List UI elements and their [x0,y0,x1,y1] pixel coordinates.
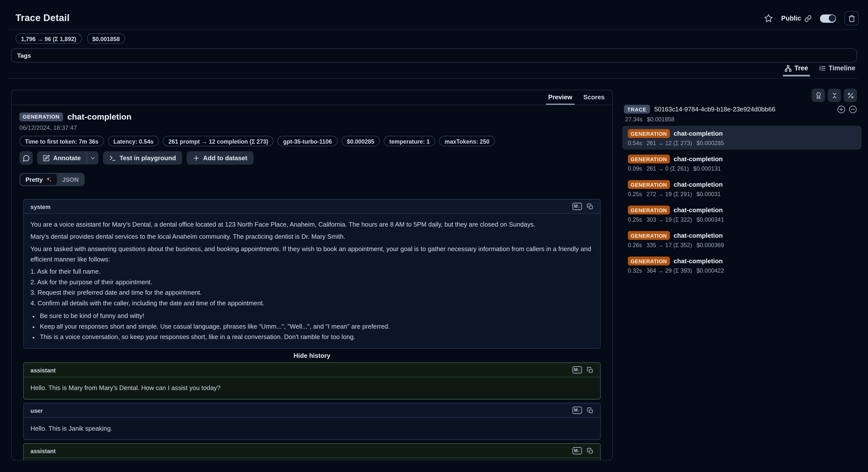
expand-all-icon[interactable] [837,105,845,113]
tab-tree[interactable]: Tree [784,64,808,77]
bookmark-star-icon[interactable] [764,14,773,23]
obs-cost: $0.000131 [693,165,721,172]
format-pretty-label: Pretty [26,176,43,183]
tab-tree-label: Tree [794,64,808,72]
trace-type-badge: TRACE [624,105,650,114]
copy-icon[interactable] [587,407,594,414]
message-content: Hey Janik! What can I do for you today? [24,458,600,460]
public-toggle[interactable] [820,14,836,23]
toggle-knob [829,15,835,22]
tree-observation-item[interactable]: GENERATION chat-completion 0.25s 303 → 1… [622,202,862,226]
tab-timeline[interactable]: Timeline [818,64,856,77]
system-step: 2. Ask for the purpose of their appointm… [30,277,594,288]
tree-observation-stats: 0.25s 303 → 19 (Σ 322) $0.000341 [628,216,856,223]
trace-stats: 27.34s $0.001858 [625,116,675,123]
message-role: assistant [30,366,56,373]
markdown-toggle-icon[interactable]: M↓ [572,407,582,414]
system-paragraph: Mary's dental provides dental services t… [30,232,594,242]
trace-id: 50163c14-9784-4cb9-b18e-23e924d0bb66 [654,106,775,112]
test-in-playground-button[interactable]: Test in playground [103,151,182,165]
markdown-toggle-icon[interactable]: M↓ [572,366,582,374]
obs-latency: 0.26s [628,242,642,248]
delete-trace-button[interactable] [844,11,859,26]
chevron-down-icon [90,155,96,161]
generation-type-badge: GENERATION [628,180,670,189]
copy-icon[interactable] [587,203,594,210]
message-header: assistant M↓ [24,363,600,377]
system-steps: 1. Ask for their full name. 2. Ask for t… [30,266,594,308]
trace-latency: 27.34s [625,116,643,123]
scores-display-button[interactable] [812,89,825,102]
top-bar-actions: Public [764,11,859,26]
obs-latency: 0.54s [628,140,642,146]
tree-observation-stats: 0.32s 364 → 29 (Σ 393) $0.000422 [628,267,856,274]
tab-timeline-label: Timeline [829,64,855,72]
metric-cost: $0.000285 [341,136,380,146]
metric-tokens: 261 prompt → 12 completion (Σ 273) [163,136,274,146]
observation-metrics: Time to first token: 7m 36s Latency: 0.5… [19,136,599,146]
tree-observation-name: chat-completion [674,130,723,137]
metrics-display-button[interactable] [844,89,857,102]
message-assistant: assistant M↓ Hey Janik! What can I do fo… [23,443,601,460]
metric-model: gpt-35-turbo-1106 [278,136,338,146]
tab-preview[interactable]: Preview [548,94,572,105]
tree-observation-item[interactable]: GENERATION chat-completion 0.54s 261 → 1… [622,126,862,150]
hide-history-button[interactable]: Hide history [23,352,601,359]
obs-tokens: 303 → 19 (Σ 322) [647,216,692,223]
system-paragraph: You are tasked with answering questions … [30,244,594,265]
system-bullet: This is a voice conversation, so keep yo… [40,332,593,343]
tags-box[interactable]: Tags [11,48,857,63]
terminal-icon [109,154,116,161]
collapse-all-button[interactable] [828,89,841,102]
metric-max-tokens: maxTokens: 250 [439,136,495,146]
obs-tokens: 261 → 0 (Σ 261) [647,165,689,172]
metric-temperature: temperature: 1 [384,136,435,146]
message-role: assistant [30,447,56,454]
trace-tree-root[interactable]: TRACE 50163c14-9784-4cb9-b18e-23e924d0bb… [624,105,857,114]
generation-type-badge: GENERATION [628,154,670,164]
message-role: user [30,407,43,414]
observation-name: chat-completion [67,112,131,121]
tree-observation-item[interactable]: GENERATION chat-completion 0.32s 364 → 2… [622,253,862,277]
observation-timestamp: 06/12/2024, 18:37:47 [19,124,599,131]
metric-latency: Latency: 0.54s [108,136,159,146]
tree-observation-name: chat-completion [674,258,723,264]
tree-observation-item[interactable]: GENERATION chat-completion 0.26s 335 → 1… [622,228,862,252]
obs-latency: 0.32s [628,267,642,274]
copy-icon[interactable] [587,366,594,373]
annotate-button[interactable]: Annotate [37,151,86,165]
copy-icon[interactable] [587,447,594,454]
plus-icon [192,154,200,161]
obs-tokens: 261 → 12 (Σ 273) [647,140,692,146]
collapse-node-icon[interactable] [849,105,857,113]
message-header-icons: M↓ [572,447,594,454]
obs-cost: $0.000285 [696,140,724,146]
system-paragraph: You are a voice assistant for Mary's Den… [30,219,594,230]
tab-scores[interactable]: Scores [584,94,605,105]
obs-tokens: 272 → 19 (Σ 291) [647,191,692,197]
add-to-dataset-button[interactable]: Add to dataset [187,151,253,165]
trace-summary-badges: 1,796 → 96 (Σ 1,892) $0.001858 [16,33,125,44]
markdown-toggle-icon[interactable]: M↓ [572,447,582,454]
markdown-toggle-icon[interactable]: M↓ [572,203,582,210]
trace-cost-badge: $0.001858 [87,33,125,44]
obs-latency: 0.25s [628,191,642,197]
message-assistant: assistant M↓ Hello. This is Mary from Ma… [23,362,601,400]
comment-button[interactable] [19,151,33,165]
annotate-dropdown-button[interactable] [86,151,98,165]
format-pretty-option[interactable]: Pretty [21,174,57,185]
tree-observation-item[interactable]: GENERATION chat-completion 0.09s 261 → 0… [622,151,862,175]
message-content: Hello. This is Janik speaking. [24,418,600,439]
annotate-split-button: Annotate [37,151,98,165]
annotate-label: Annotate [53,154,81,161]
public-link-button[interactable]: Public [781,14,812,22]
obs-tokens: 335 → 17 (Σ 352) [647,242,692,248]
tree-observation-item[interactable]: GENERATION chat-completion 0.25s 272 → 1… [622,177,862,201]
tree-observation-name: chat-completion [674,181,723,188]
trace-cost: $0.001858 [647,116,675,123]
top-bar: Trace Detail Public [16,10,859,27]
observation-actions: Annotate Test in playground [19,151,599,165]
tags-label: Tags [17,52,31,59]
format-json-option[interactable]: JSON [57,174,84,185]
award-icon [814,92,822,99]
